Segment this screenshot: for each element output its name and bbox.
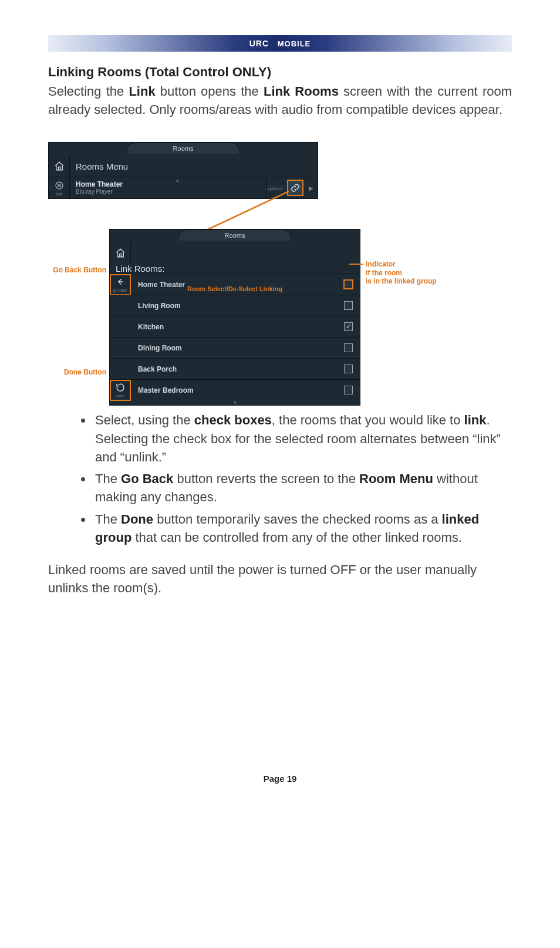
drag-handle-icon: ▴	[176, 177, 190, 180]
room-name-label: Back Porch	[131, 365, 344, 373]
room-checkbox[interactable]	[344, 365, 353, 373]
refresh-icon	[115, 382, 126, 393]
chevron-right-icon[interactable]: ▶	[305, 185, 318, 191]
rooms-tab[interactable]: Rooms	[127, 143, 240, 154]
header-product: URC	[249, 39, 269, 48]
link-button[interactable]	[287, 180, 303, 196]
room-checkbox[interactable]: ✓	[344, 322, 353, 331]
callout-indicator: Indicator if the room is in the linked g…	[366, 260, 483, 285]
room-name-label: Living Room	[131, 302, 344, 310]
close-icon	[54, 180, 65, 191]
page-header-bar: URC MOBILE	[48, 35, 512, 52]
exit-button[interactable]: exit	[49, 177, 70, 198]
closing-paragraph: Linked rooms are saved until the power i…	[48, 561, 512, 597]
current-room-label: Home Theater	[76, 180, 266, 188]
link-rooms-title: Link Rooms:	[110, 264, 360, 274]
go-back-button[interactable]: go back	[110, 274, 131, 295]
rooms-menu-panel: Rooms Rooms Menu exit ▴ Home Theater	[48, 142, 318, 199]
section-title: Linking Rooms (Total Control ONLY)	[48, 65, 512, 80]
room-row[interactable]: doneMaster Bedroom	[110, 379, 360, 400]
room-name-label: Dining Room	[131, 344, 344, 352]
room-row[interactable]: Dining Room	[110, 337, 360, 358]
header-product-mobile: MOBILE	[278, 39, 311, 48]
rooms-menu-title: Rooms Menu	[70, 161, 128, 171]
link-rooms-panel: Rooms Link Rooms: go backHome TheaterLiv…	[109, 229, 360, 406]
home-icon	[115, 248, 126, 258]
link-rooms-tab[interactable]: Rooms	[178, 230, 292, 241]
figure-area: Rooms Rooms Menu exit ▴ Home Theater	[48, 142, 512, 394]
page-footer: Page 19	[48, 774, 512, 784]
back-arrow-icon	[115, 276, 126, 287]
room-name-label: Kitchen	[131, 323, 344, 331]
bullet-item: The Go Back button reverts the screen to…	[93, 470, 512, 506]
room-checkbox[interactable]	[344, 280, 353, 289]
home-button-2[interactable]	[110, 242, 131, 264]
room-checkbox[interactable]	[344, 386, 353, 394]
now-playing-label: Blu-ray Player	[76, 188, 266, 195]
link-icon	[290, 183, 301, 193]
room-name-label: Master Bedroom	[131, 386, 344, 394]
home-button[interactable]	[49, 156, 70, 177]
bullet-item: Select, using the check boxes, the rooms…	[93, 411, 512, 466]
intro-paragraph: Selecting the Link button opens the Link…	[48, 82, 512, 119]
bullet-list: Select, using the check boxes, the rooms…	[81, 411, 512, 546]
callout-go-back: Go Back Button	[50, 266, 106, 274]
room-row[interactable]: Back Porch	[110, 358, 360, 379]
callout-room-select: Room Select/De-Select Linking	[187, 285, 282, 293]
scroll-down-icon: ▾	[110, 400, 360, 405]
callout-done: Done Button	[50, 368, 106, 376]
done-button[interactable]: done	[110, 380, 131, 401]
bullet-item: The Done button temporarily saves the ch…	[93, 510, 512, 546]
room-checkbox[interactable]	[344, 343, 353, 352]
room-checkbox[interactable]	[344, 301, 353, 310]
options-label: options	[267, 185, 286, 191]
home-icon	[54, 161, 65, 171]
room-row[interactable]: Living Room	[110, 295, 360, 316]
room-row[interactable]: Kitchen✓	[110, 316, 360, 337]
